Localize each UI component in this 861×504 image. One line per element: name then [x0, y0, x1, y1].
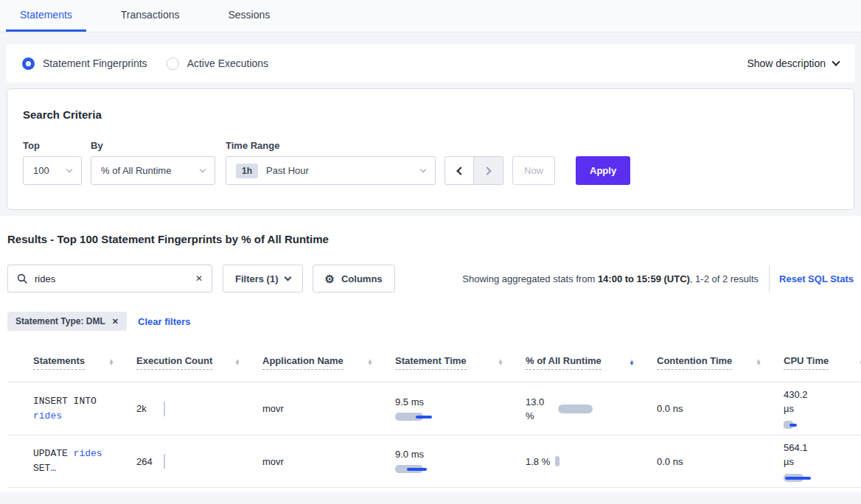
tab-sessions-label: Sessions: [228, 9, 270, 21]
stats-note-range: 14:00 to 15:59 (UTC): [598, 273, 690, 284]
table-row: UPDATE rides SET… 264 movr 9.0 ms 1.8 %: [7, 435, 861, 488]
statement-cell: UPDATE rides SET…: [7, 435, 136, 487]
clear-filters-link[interactable]: Clear filters: [138, 316, 191, 327]
gear-icon: ⚙: [325, 273, 335, 284]
application-name-value: movr: [262, 456, 284, 467]
cpu-time-cell: 564.1 µs: [784, 435, 861, 487]
column-header-cpu-time[interactable]: CPU Time ▲▼: [784, 343, 861, 382]
column-header-pct-of-all-runtime[interactable]: % of All Runtime ▲▼: [526, 343, 657, 382]
time-range-value: Past Hour: [266, 165, 421, 176]
clear-search-icon[interactable]: ✕: [195, 274, 203, 283]
time-range-select[interactable]: 1h Past Hour: [226, 156, 436, 185]
remove-filter-icon[interactable]: ✕: [112, 318, 119, 326]
results-section: Results - Top 100 Statement Fingerprints…: [0, 216, 861, 492]
statement-time-cell: 9.5 ms: [395, 382, 526, 435]
pct-runtime-cell: 1.8 %: [526, 435, 657, 487]
by-select[interactable]: % of All Runtime: [91, 156, 215, 185]
execution-count-cell: 264: [136, 435, 262, 487]
now-button[interactable]: Now: [512, 156, 555, 185]
chevron-down-icon: [284, 274, 291, 281]
contention-time-value: 0.0 ns: [657, 403, 683, 414]
active-filters-row: Statement Type: DML ✕ Clear filters: [7, 312, 854, 331]
execution-count-bar: [164, 402, 165, 416]
by-field: By % of All Runtime: [91, 140, 226, 185]
statement-text: INSERT INTO: [33, 396, 97, 407]
pct-runtime-value: 1.8 %: [526, 455, 552, 469]
filters-button-label: Filters (1): [235, 273, 279, 284]
column-header-statements[interactable]: Statements ▲▼: [7, 343, 136, 382]
stats-note-suffix: , 1-2 of 2 results: [690, 273, 759, 284]
sort-icon[interactable]: ▲▼: [108, 360, 114, 366]
tab-transactions-label: Transactions: [121, 9, 180, 21]
sort-icon-active-desc[interactable]: ▲▼: [629, 360, 635, 366]
statement-link[interactable]: rides: [74, 448, 102, 459]
column-header-contention-time[interactable]: Contention Time ▲▼: [657, 343, 784, 382]
vertical-divider: [769, 265, 770, 293]
filter-chip-label: Statement Type: DML: [15, 316, 105, 326]
chevron-down-icon: [832, 57, 840, 66]
statements-table: Statements ▲▼ Execution Count ▲▼ Applica…: [7, 343, 861, 488]
statement-text: UPDATE: [33, 448, 74, 459]
tab-transactions[interactable]: Transactions: [107, 0, 194, 32]
show-description-toggle[interactable]: Show description: [747, 57, 839, 69]
execution-count-bar: [164, 454, 165, 469]
radio-selected-icon: [22, 57, 35, 70]
reset-sql-stats-link[interactable]: Reset SQL Stats: [779, 273, 854, 284]
column-label: Application Name: [262, 355, 344, 370]
by-label: By: [91, 140, 226, 151]
columns-button-label: Columns: [341, 273, 383, 284]
radio-active-executions[interactable]: Active Executions: [167, 57, 269, 70]
apply-button[interactable]: Apply: [576, 156, 630, 185]
search-input[interactable]: [35, 273, 188, 284]
stats-note-prefix: Showing aggregated stats from: [462, 273, 598, 284]
statement-cell: INSERT INTO rides: [7, 382, 136, 435]
pct-runtime-bar: [558, 405, 593, 413]
column-header-execution-count[interactable]: Execution Count ▲▼: [136, 343, 262, 382]
statement-time-value: 9.0 ms: [395, 449, 424, 460]
pct-runtime-bar: [555, 456, 560, 466]
table-header-row: Statements ▲▼ Execution Count ▲▼ Applica…: [7, 343, 861, 382]
radio-statement-fingerprints[interactable]: Statement Fingerprints: [22, 57, 147, 70]
execution-count-cell: 2k: [136, 382, 262, 435]
column-header-application-name[interactable]: Application Name ▲▼: [262, 343, 395, 382]
application-name-cell: movr: [262, 382, 395, 435]
column-label: % of All Runtime: [526, 355, 602, 370]
chevron-down-icon: [200, 167, 206, 172]
cpu-time-bar: [784, 421, 828, 430]
filter-chip-statement-type[interactable]: Statement Type: DML ✕: [7, 312, 127, 331]
time-range-label: Time Range: [226, 140, 445, 151]
time-nav-group: [445, 156, 503, 185]
search-criteria-form: Top 100 By % of All Runtime Time Range 1…: [23, 140, 838, 185]
contention-time-value: 0.0 ns: [657, 456, 683, 467]
sort-icon[interactable]: ▲▼: [756, 360, 761, 366]
cpu-time-value: 430.2 µs: [784, 388, 815, 416]
statement-text: SET…: [33, 463, 56, 474]
radio-unselected-icon: [167, 57, 179, 70]
sort-icon[interactable]: ▲▼: [234, 360, 240, 366]
column-label: Statement Time: [395, 355, 467, 370]
top-label: Top: [23, 140, 91, 151]
statement-time-value: 9.5 ms: [395, 396, 424, 407]
filters-button[interactable]: Filters (1): [223, 265, 303, 293]
statement-link[interactable]: rides: [33, 410, 62, 421]
view-toggle-bar: Statement Fingerprints Active Executions…: [6, 44, 855, 83]
column-label: CPU Time: [784, 355, 829, 370]
radio-statement-fingerprints-label: Statement Fingerprints: [43, 57, 147, 69]
statement-time-bar: [395, 465, 439, 474]
column-header-statement-time[interactable]: Statement Time ▲▼: [395, 343, 526, 382]
page-tabs: Statements Transactions Sessions: [0, 0, 861, 32]
radio-active-executions-label: Active Executions: [187, 57, 269, 69]
top-select[interactable]: 100: [23, 156, 82, 185]
sort-icon[interactable]: ▲▼: [498, 360, 503, 366]
sort-icon[interactable]: ▲▼: [367, 360, 373, 366]
search-icon: [17, 273, 27, 284]
time-range-badge: 1h: [236, 164, 258, 178]
tab-statements[interactable]: Statements: [6, 0, 86, 32]
show-description-label: Show description: [747, 57, 826, 69]
tab-sessions[interactable]: Sessions: [214, 0, 284, 32]
statement-time-cell: 9.0 ms: [395, 435, 526, 487]
next-time-button[interactable]: [474, 156, 503, 185]
column-label: Contention Time: [657, 355, 732, 370]
previous-time-button[interactable]: [445, 156, 474, 185]
columns-button[interactable]: ⚙ Columns: [313, 265, 395, 293]
